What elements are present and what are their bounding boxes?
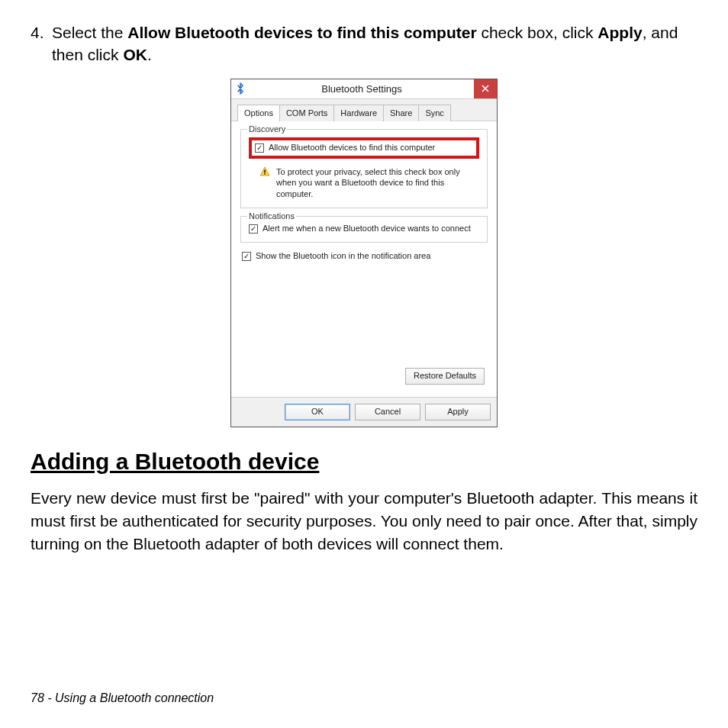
discovery-warning-text: To protect your privacy, select this che… bbox=[276, 166, 479, 201]
apply-button[interactable]: Apply bbox=[425, 404, 491, 420]
svg-rect-1 bbox=[264, 173, 265, 174]
svg-rect-0 bbox=[264, 169, 265, 172]
section-heading: Adding a Bluetooth device bbox=[31, 446, 697, 478]
warning-icon bbox=[259, 166, 270, 177]
discovery-warning: To protect your privacy, select this che… bbox=[249, 166, 479, 201]
discovery-legend: Discovery bbox=[247, 124, 287, 135]
bluetooth-settings-dialog: Bluetooth Settings Options COM Ports Har… bbox=[230, 79, 498, 427]
titlebar: Bluetooth Settings bbox=[231, 79, 497, 99]
tab-row: Options COM Ports Hardware Share Sync bbox=[231, 99, 497, 121]
tab-share[interactable]: Share bbox=[383, 105, 419, 121]
allow-discovery-highlight: ✓ Allow Bluetooth devices to find this c… bbox=[249, 137, 479, 158]
dialog-button-row: OK Cancel Apply bbox=[231, 397, 497, 427]
tab-sync[interactable]: Sync bbox=[418, 105, 450, 121]
options-panel: Discovery ✓ Allow Bluetooth devices to f… bbox=[231, 121, 497, 397]
notifications-legend: Notifications bbox=[247, 211, 296, 222]
page-footer: 78 - Using a Bluetooth connection bbox=[31, 690, 214, 707]
alert-new-device-label: Alert me when a new Bluetooth device wan… bbox=[263, 223, 471, 234]
cancel-button[interactable]: Cancel bbox=[355, 404, 420, 420]
step-number: 4. bbox=[31, 21, 52, 66]
tab-com-ports[interactable]: COM Ports bbox=[279, 105, 334, 121]
allow-discovery-label: Allow Bluetooth devices to find this com… bbox=[269, 142, 435, 153]
allow-discovery-checkbox[interactable]: ✓ bbox=[255, 143, 264, 153]
tab-options[interactable]: Options bbox=[237, 105, 280, 121]
ok-button[interactable]: OK bbox=[285, 404, 350, 420]
show-tray-icon-label: Show the Bluetooth icon in the notificat… bbox=[256, 250, 430, 262]
show-tray-icon-checkbox[interactable]: ✓ bbox=[242, 252, 251, 261]
notifications-group: Notifications ✓ Alert me when a new Blue… bbox=[240, 216, 488, 243]
alert-new-device-checkbox[interactable]: ✓ bbox=[249, 224, 258, 234]
dialog-title: Bluetooth Settings bbox=[250, 79, 474, 98]
bluetooth-icon bbox=[231, 79, 250, 98]
step-text: Select the Allow Bluetooth devices to fi… bbox=[52, 21, 697, 66]
restore-defaults-button[interactable]: Restore Defaults bbox=[405, 368, 485, 385]
discovery-group: Discovery ✓ Allow Bluetooth devices to f… bbox=[240, 129, 488, 208]
section-paragraph: Every new device must first be "paired" … bbox=[31, 487, 697, 555]
close-button[interactable] bbox=[474, 79, 497, 98]
tab-hardware[interactable]: Hardware bbox=[333, 105, 384, 121]
instruction-step: 4. Select the Allow Bluetooth devices to… bbox=[31, 21, 697, 66]
